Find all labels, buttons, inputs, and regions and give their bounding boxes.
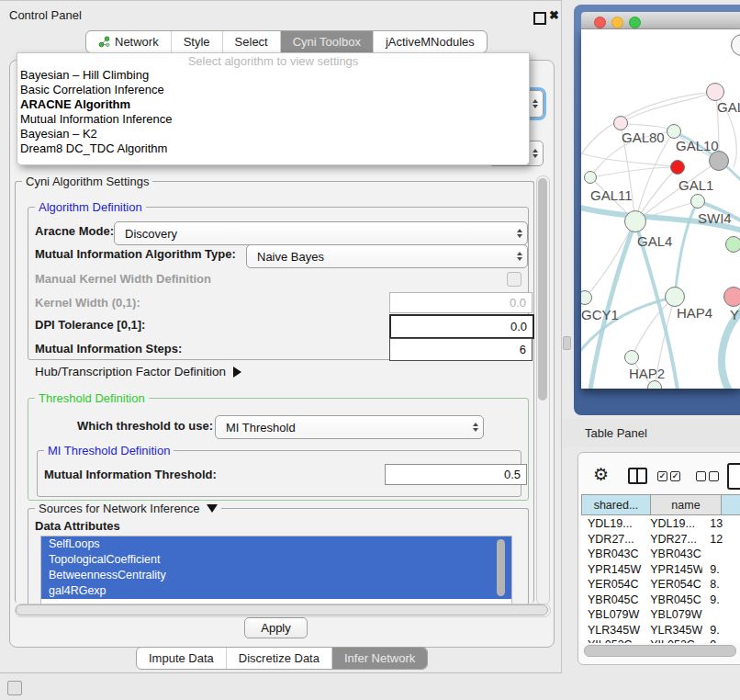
node-gal11[interactable] [584, 171, 597, 184]
columns-icon[interactable] [628, 468, 647, 484]
table-row[interactable]: YBR045CYBR045C9. [581, 593, 740, 608]
mi-threshold-field[interactable]: 0.5 [385, 464, 527, 485]
table-row[interactable]: YBR043CYBR043C [581, 547, 740, 562]
node-partial-bottom[interactable] [647, 380, 662, 389]
tab-jactivemnodules[interactable]: jActiveMNodules [374, 31, 487, 52]
node-gal1[interactable] [690, 194, 705, 209]
combo-stepper-icon [528, 99, 543, 108]
node-swi4[interactable] [725, 236, 740, 253]
table-row[interactable]: YBL079WYBL079W [581, 607, 740, 623]
attribute-item[interactable]: SelfLoops [41, 536, 511, 552]
data-attributes-list[interactable]: SelfLoopsTopologicalCoefficientBetweenne… [40, 536, 512, 605]
dpi-tolerance-field[interactable]: 0.0 [389, 314, 534, 339]
node-hap2[interactable] [624, 350, 639, 365]
deselect-all-icon[interactable] [696, 471, 719, 481]
table-cell: YBR045C [581, 593, 644, 606]
settings-viewport: Cyni Algorithm Settings Algorithm Defini… [13, 172, 549, 605]
attribute-item[interactable]: BetweennessCentrality [41, 568, 511, 583]
expand-right-icon[interactable] [233, 367, 241, 378]
table-cell: YDL19... [644, 517, 702, 530]
manual-kernel-label: Manual Kernel Width Definition [35, 272, 211, 286]
column-header-clipped[interactable] [722, 494, 740, 515]
node-hap4[interactable] [665, 287, 685, 307]
algorithm-option[interactable]: Mutual Information Inference [17, 112, 529, 127]
node-gal4[interactable] [624, 210, 646, 232]
network-canvas[interactable]: GALGAL80GAL10GAL1GAL11GAL4SWI4GCY1HAP4YH… [581, 29, 740, 389]
table-row[interactable]: YIL052CYIL052C9 [581, 638, 740, 643]
table-row[interactable]: YDR27...YDR27...12 [581, 532, 740, 548]
tab-discretize-data[interactable]: Discretize Data [227, 648, 332, 669]
mi-steps-label: Mutual Information Steps: [35, 342, 182, 356]
collapsed-panel-button[interactable] [7, 681, 22, 695]
algorithm-option[interactable]: Basic Correlation Inference [17, 83, 529, 97]
algorithm-option[interactable]: Dream8 DC_TDC Algorithm [17, 141, 529, 156]
panel-splitter-handle[interactable] [563, 336, 571, 350]
top-tab-bar: NetworkStyleSelectCyni ToolboxjActiveMNo… [85, 30, 488, 53]
node-gray[interactable] [709, 151, 729, 171]
mi-algorithm-type-select[interactable]: Naive Bayes [246, 244, 528, 268]
table-cell: 9. [702, 593, 740, 606]
node-gal-clipped[interactable] [706, 83, 724, 101]
node-gcy1-label: GCY1 [581, 307, 619, 322]
table-cell: 9. [702, 563, 740, 576]
tab-infer-network[interactable]: Infer Network [332, 648, 427, 669]
zoom-window-icon[interactable] [629, 17, 641, 28]
algorithm-option[interactable]: Bayesian – Hill Climbing [17, 68, 529, 83]
tab-select[interactable]: Select [223, 31, 281, 52]
algorithm-option[interactable]: ARACNE Algorithm [17, 97, 529, 112]
apply-button[interactable]: Apply [244, 617, 308, 638]
node-gal80[interactable] [613, 116, 628, 130]
table-cell: YBR043C [581, 548, 644, 560]
hub-definition-row[interactable]: Hub/Transcription Factor Definition [35, 365, 241, 378]
select-all-icon[interactable]: ✓✓ [657, 471, 680, 481]
attribute-item[interactable]: gal4RGexp [41, 583, 511, 599]
aracne-mode-select[interactable]: Discovery [114, 221, 528, 245]
collapse-down-icon[interactable] [207, 504, 218, 513]
mi-threshold-group-title: MI Threshold Definition [44, 444, 174, 457]
tab-style[interactable]: Style [172, 31, 223, 52]
close-window-icon[interactable] [594, 17, 606, 28]
settings-scrollbar-thumb[interactable] [538, 178, 547, 401]
new-table-icon[interactable] [727, 463, 740, 490]
table-cell: YPR145W [644, 563, 702, 576]
tab-network[interactable]: Network [86, 31, 172, 52]
float-window-icon[interactable] [533, 12, 546, 25]
attribute-item[interactable]: TopologicalCoefficient [41, 552, 511, 568]
node-red[interactable] [670, 160, 685, 175]
column-header-shared[interactable]: shared... [581, 494, 651, 515]
which-threshold-select[interactable]: MI Threshold [215, 415, 484, 439]
tab-cyni-toolbox[interactable]: Cyni Toolbox [281, 31, 374, 52]
column-header-name[interactable]: name [651, 494, 722, 515]
node-gal10[interactable] [667, 124, 681, 139]
threshold-definition-title: Threshold Definition [35, 391, 149, 405]
sources-group-title-row[interactable]: Sources for Network Inference [35, 502, 221, 515]
table-cell: YLR345W [581, 624, 644, 637]
algorithm-option[interactable]: Bayesian – K2 [17, 127, 529, 141]
node-swi4-label: SWI4 [698, 210, 732, 226]
table-row[interactable]: YDL19...YDL19...13 [581, 516, 740, 532]
table-panel-title: Table Panel [585, 426, 647, 440]
tab-impute-data[interactable]: Impute Data [137, 648, 227, 669]
algorithm-definition-title: Algorithm Definition [35, 200, 146, 214]
kernel-width-field[interactable]: 0.0 [389, 292, 533, 313]
control-panel-title: Control Panel [9, 8, 82, 22]
node-gal4-label: GAL4 [637, 233, 672, 249]
which-threshold-label: Which threshold to use: [77, 419, 213, 433]
minimize-window-icon[interactable] [611, 17, 623, 28]
node-gal1-label: GAL1 [678, 177, 713, 193]
table-row[interactable]: YLR345WYLR345W9. [581, 623, 740, 638]
table-cell: YLR345W [644, 624, 702, 637]
mi-steps-field[interactable]: 6 [389, 338, 533, 361]
settings-hscrollbar-thumb[interactable] [16, 604, 548, 615]
table-row[interactable]: YPR145WYPR145W9. [581, 562, 740, 578]
attributes-scrollbar-thumb[interactable] [497, 539, 505, 596]
node-gal11-label: GAL11 [590, 187, 633, 203]
manual-kernel-checkbox[interactable] [507, 272, 521, 287]
table-hscrollbar-thumb[interactable] [584, 645, 736, 657]
gear-icon[interactable]: ⚙ [593, 464, 609, 485]
mi-threshold-label: Mutual Information Threshold: [44, 468, 217, 481]
network-window-titlebar[interactable] [581, 12, 740, 29]
close-panel-icon[interactable]: ✖ [549, 8, 559, 22]
table-row[interactable]: YER054CYER054C8. [581, 577, 740, 593]
node-y-clipped[interactable] [723, 287, 740, 307]
